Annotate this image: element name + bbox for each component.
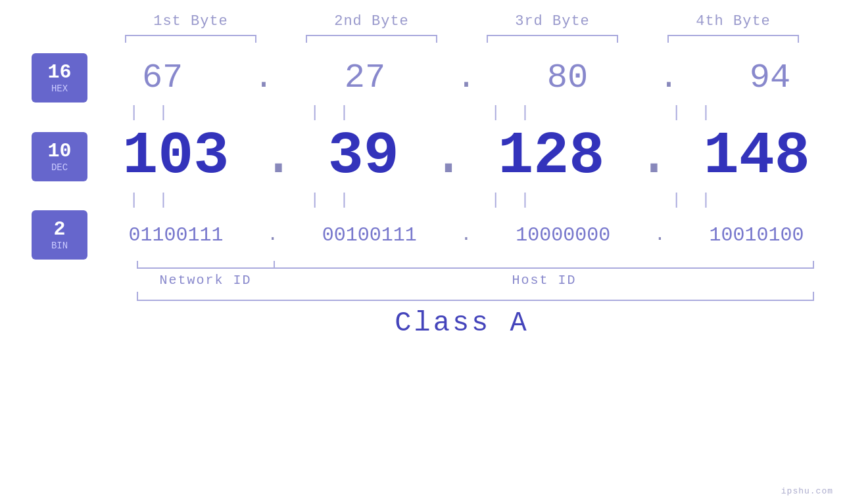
dot-dec-1: . [260,127,296,186]
equals-row-1: | | | | | | | | [61,104,785,122]
eq2-2: | | [260,191,404,209]
eq2-3: | | [441,191,585,209]
dot-bin-3: . [654,226,665,244]
network-id-wrap: Network ID [137,273,275,288]
top-brackets [101,35,824,43]
bracket-top-3 [487,35,618,43]
main-container: 1st Byte 2nd Byte 3rd Byte 4th Byte 16 H… [0,0,845,504]
dec-base: 10 [47,141,71,162]
dec-val-1: 103 [122,123,229,190]
bin-values: 01100111 . 00100111 . 10000000 . 1001010… [87,224,845,246]
hex-val-3: 80 [547,58,588,97]
dec-val-4: 148 [704,123,810,190]
bracket-top-4 [667,35,799,43]
dot-dec-3: . [637,127,672,186]
hex-base: 16 [47,62,71,83]
eq2-4: | | [621,191,766,209]
bracket-top-1 [125,35,256,43]
dot-2: . [456,62,476,95]
bin-val-1: 01100111 [128,224,223,246]
dec-badge: 10 DEC [32,132,87,181]
dec-val-2: 39 [328,123,399,190]
hex-label: HEX [51,83,68,94]
bin-val-4: 10010100 [710,224,804,246]
eq-1: | | [79,104,224,122]
dot-3: . [659,62,679,95]
watermark: ipshu.com [781,486,833,496]
bin-badge: 2 BIN [32,210,87,260]
byte1-header: 1st Byte [118,13,263,30]
hex-val-2: 27 [345,58,385,97]
dec-row: 10 DEC 103 . 39 . 128 . 148 [0,123,845,190]
hex-row: 16 HEX 67 . 27 . 80 . 94 [0,53,845,103]
host-id-wrap: Host ID [275,273,814,288]
dec-val-3: 128 [498,123,604,190]
byte-headers: 1st Byte 2nd Byte 3rd Byte 4th Byte [101,13,824,30]
host-bracket [275,261,814,269]
eq-4: | | [621,104,766,122]
dot-1: . [254,62,274,95]
bin-val-3: 10000000 [516,224,610,246]
dot-bin-2: . [461,226,472,244]
bin-base: 2 [53,219,65,241]
hex-badge: 16 HEX [32,53,87,103]
hex-val-1: 67 [142,58,183,97]
byte4-header: 4th Byte [661,13,806,30]
eq2-1: | | [79,191,224,209]
bin-row: 2 BIN 01100111 . 00100111 . 10000000 . 1… [0,210,845,260]
id-labels-row: Network ID Host ID [137,273,814,288]
eq-2: | | [260,104,404,122]
class-label: Class A [124,308,801,339]
byte2-header: 2nd Byte [299,13,444,30]
class-bracket [137,292,814,301]
byte3-header: 3rd Byte [480,13,625,30]
bin-val-2: 00100111 [322,224,417,246]
network-id-label: Network ID [159,273,251,288]
bracket-top-2 [306,35,437,43]
bin-label: BIN [51,241,68,251]
dec-label: DEC [51,162,68,173]
network-bracket [137,261,275,269]
eq-3: | | [441,104,585,122]
dot-bin-1: . [267,226,278,244]
equals-row-2: | | | | | | | | [61,191,785,209]
dot-dec-2: . [431,127,466,186]
host-id-label: Host ID [512,273,576,288]
dec-values: 103 . 39 . 128 . 148 [87,123,845,190]
hex-val-4: 94 [750,58,790,97]
hex-values: 67 . 27 . 80 . 94 [87,58,845,97]
bottom-bracket-row [137,261,814,269]
